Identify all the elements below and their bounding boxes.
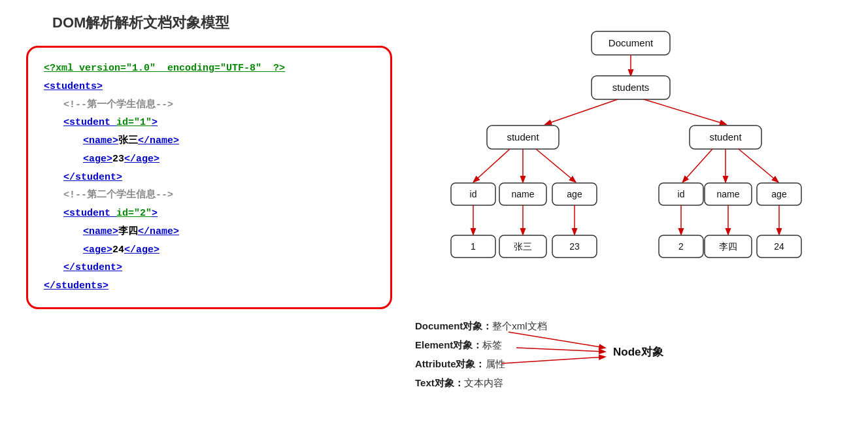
svg-line-3 — [546, 99, 618, 124]
desc-element: Element对象：标签 — [415, 339, 547, 352]
node-id-left: id — [470, 189, 477, 199]
node-students: students — [612, 82, 650, 93]
svg-line-10 — [683, 149, 712, 182]
xml-line-student2-close: </student> — [44, 259, 375, 277]
node-student-left: student — [507, 131, 539, 142]
svg-line-4 — [644, 99, 726, 124]
xml-line-students-open: <students> — [44, 78, 375, 96]
node-age-left: age — [567, 189, 582, 199]
desc-attribute: Attribute对象：属性 — [415, 358, 547, 371]
svg-line-9 — [536, 149, 575, 182]
xml-line-name2: <name>李四</name> — [44, 223, 375, 241]
node-label: Node对象 — [613, 346, 664, 358]
xml-line-name1: <name>张三</name> — [44, 132, 375, 150]
tree-svg: Document students student student — [444, 20, 863, 320]
node-name-left: name — [511, 189, 534, 199]
node-name-right: name — [716, 189, 739, 199]
svg-line-12 — [739, 149, 778, 182]
xml-line-comment1: <!--第一个学生信息--> — [44, 96, 375, 114]
node-document: Document — [609, 37, 654, 48]
xml-line-comment2: <!--第二个学生信息--> — [44, 186, 375, 205]
node-val-age-right: 24 — [774, 241, 784, 252]
node-age-right: age — [771, 189, 787, 199]
node-id-right: id — [678, 189, 685, 199]
node-val-name-left: 张三 — [514, 241, 532, 252]
xml-line-age2: <age>24</age> — [44, 241, 375, 259]
xml-code-box: <?xml version="1.0" encoding="UTF-8" ?> … — [26, 46, 392, 309]
desc-block: Document对象：整个xml文档 Element对象：标签 Attribut… — [415, 320, 547, 396]
node-val-1-left: 1 — [471, 241, 476, 252]
xml-line-prolog: <?xml version="1.0" encoding="UTF-8" ?> — [44, 59, 375, 78]
page: DOM解析解析文档对象模型 <?xml version="1.0" encodi… — [0, 0, 868, 434]
node-val-name-right: 李四 — [719, 241, 737, 252]
svg-line-7 — [474, 149, 510, 182]
tree-diagram: Document students student student — [444, 20, 863, 346]
desc-document: Document对象：整个xml文档 — [415, 320, 547, 333]
desc-text: Text对象：文本内容 — [415, 377, 547, 390]
node-student-right: student — [709, 131, 742, 142]
xml-line-student1-close: </student> — [44, 169, 375, 187]
xml-line-age1: <age>23</age> — [44, 150, 375, 169]
xml-line-student2-open: <student id="2"> — [44, 205, 375, 223]
node-val-age-left: 23 — [569, 241, 580, 252]
node-val-1-right: 2 — [678, 241, 684, 252]
xml-line-students-close: </students> — [44, 277, 375, 295]
xml-line-student1-open: <student id="1"> — [44, 114, 375, 132]
